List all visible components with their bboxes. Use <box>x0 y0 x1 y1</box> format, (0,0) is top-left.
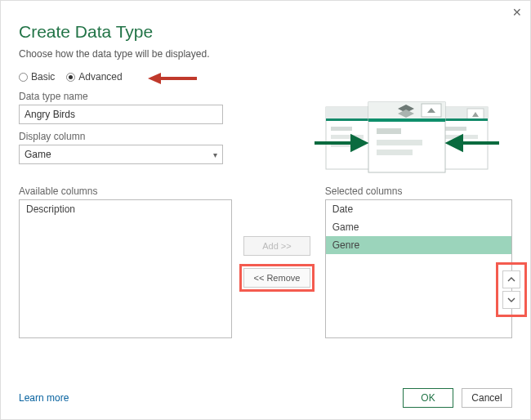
svg-rect-4 <box>326 118 373 121</box>
ok-button[interactable]: OK <box>403 388 453 408</box>
list-item[interactable]: Game <box>326 218 511 236</box>
chevron-down-icon <box>507 296 515 305</box>
svg-rect-21 <box>368 118 445 122</box>
list-item[interactable]: Date <box>326 200 511 218</box>
ok-button-label: OK <box>421 392 435 404</box>
annotation-highlight: << Remove <box>239 264 315 292</box>
radio-advanced[interactable]: Advanced <box>66 71 122 83</box>
annotation-highlight <box>496 262 527 317</box>
radio-basic-label: Basic <box>31 71 55 83</box>
add-button-label: Add >> <box>262 241 291 251</box>
available-columns-label: Available columns <box>19 185 232 197</box>
preview-graphic <box>311 101 502 176</box>
data-type-name-value: Angry Birds <box>25 109 75 120</box>
learn-more-link[interactable]: Learn more <box>19 392 69 404</box>
cancel-button[interactable]: Cancel <box>462 388 512 408</box>
chevron-up-icon <box>507 275 515 284</box>
radio-icon <box>66 73 75 82</box>
display-column-value: Game <box>25 149 51 160</box>
available-columns-list[interactable]: Description <box>19 199 232 338</box>
remove-button-label: << Remove <box>254 273 301 283</box>
radio-advanced-label: Advanced <box>78 71 122 83</box>
svg-rect-3 <box>326 107 373 118</box>
move-up-button[interactable] <box>502 270 520 288</box>
selected-columns-list[interactable]: DateGameGenre <box>325 199 512 338</box>
radio-icon <box>19 73 28 82</box>
selected-columns-label: Selected columns <box>325 185 512 197</box>
data-type-name-input[interactable]: Angry Birds <box>19 105 223 124</box>
svg-rect-12 <box>440 118 488 121</box>
chevron-down-icon: ▾ <box>213 150 217 159</box>
dialog-title: Create Data Type <box>19 22 512 42</box>
svg-rect-23 <box>377 140 422 145</box>
list-item[interactable]: Genre <box>326 236 511 254</box>
close-icon[interactable]: ✕ <box>512 6 522 19</box>
dialog-subtitle: Choose how the data type will be display… <box>19 48 512 60</box>
display-column-select[interactable]: Game ▾ <box>19 145 223 164</box>
add-button[interactable]: Add >> <box>243 236 310 256</box>
svg-rect-5 <box>331 127 352 131</box>
radio-basic[interactable]: Basic <box>19 71 55 83</box>
move-down-button[interactable] <box>502 291 520 309</box>
svg-rect-13 <box>445 127 466 131</box>
list-item[interactable]: Description <box>20 200 231 218</box>
annotation-arrow-icon <box>148 71 197 88</box>
remove-button[interactable]: << Remove <box>243 268 310 288</box>
cancel-button-label: Cancel <box>471 392 502 404</box>
svg-rect-22 <box>377 128 401 134</box>
svg-marker-1 <box>148 73 161 84</box>
svg-rect-24 <box>377 150 413 155</box>
